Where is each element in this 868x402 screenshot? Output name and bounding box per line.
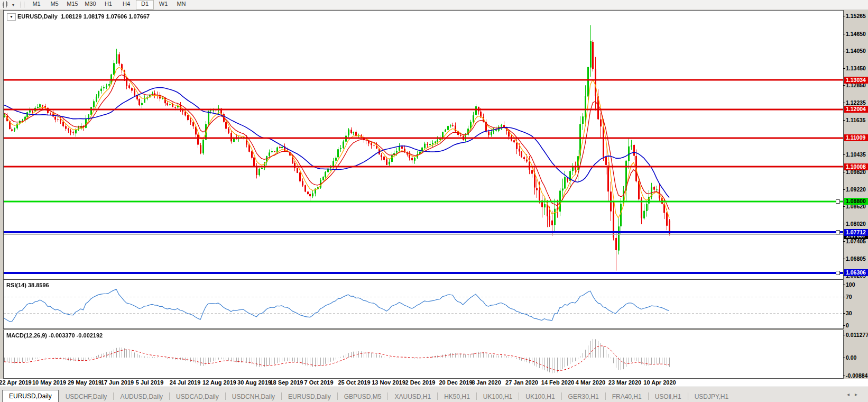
date-tick-label: 25 Oct 2019 bbox=[338, 379, 370, 386]
date-tick-label: 27 Jan 2020 bbox=[505, 379, 538, 386]
macd-indicator-panel[interactable]: MACD(12,26,9) -0.003370 -0.002192 bbox=[3, 330, 844, 379]
toolbar-grip-handle[interactable] bbox=[21, 2, 24, 8]
price-level-badge: 1.10008 bbox=[844, 163, 868, 170]
chart-tab-eurusd-daily[interactable]: EURUSD,Daily bbox=[282, 391, 337, 402]
date-tick-label: 30 Aug 2019 bbox=[237, 379, 271, 386]
chart-tab-hk50-h1[interactable]: HK50,H1 bbox=[438, 391, 476, 402]
price-tick-label: 1.15265 bbox=[846, 13, 866, 19]
price-axis: 1.152651.146501.140501.134501.128501.122… bbox=[844, 10, 868, 380]
timeframe-button-d1[interactable]: D1 bbox=[136, 0, 154, 10]
rsi-indicator-panel[interactable]: RSI(14) 38.8596 bbox=[3, 279, 844, 329]
chart-tab-usdjpy-h1[interactable]: USDJPY,H1 bbox=[688, 391, 735, 402]
price-tick-label: 1.06805 bbox=[846, 255, 866, 262]
date-tick-label: 12 Aug 2019 bbox=[202, 379, 236, 386]
rsi-canvas[interactable] bbox=[4, 280, 843, 328]
chart-tab-gbpusd-m5[interactable]: GBPUSD,M5 bbox=[338, 391, 388, 402]
date-tick-label: 5 Jul 2019 bbox=[136, 379, 164, 386]
chart-title-ohlc: EURUSD,Daily 1.08129 1.08179 1.07606 1.0… bbox=[17, 13, 150, 20]
chevron-down-icon[interactable]: ▾ bbox=[12, 3, 14, 7]
chart-tab-ger30-h1[interactable]: GER30,H1 bbox=[562, 391, 605, 402]
timeframe-button-w1[interactable]: W1 bbox=[155, 0, 172, 8]
date-tick-label: 7 Oct 2019 bbox=[304, 379, 333, 386]
mt4-application: { "toolbar": { "chart_icon": "candlestic… bbox=[0, 0, 868, 402]
chart-tab-xauusd-h1[interactable]: XAUUSD,H1 bbox=[388, 391, 437, 402]
date-tick-label: 4 Mar 2020 bbox=[576, 379, 605, 386]
price-tick-label: 1.08020 bbox=[846, 221, 866, 227]
chart-tab-audusd-daily[interactable]: AUDUSD,Daily bbox=[114, 391, 169, 402]
timeframe-button-h1[interactable]: H1 bbox=[100, 0, 117, 8]
rsi-label: RSI(14) 38.8596 bbox=[6, 282, 49, 288]
price-level-badge: 1.07712 bbox=[844, 229, 868, 236]
timeframe-button-m15[interactable]: M15 bbox=[64, 0, 81, 8]
chart-tab-eurusd-daily[interactable]: EURUSD,Daily bbox=[2, 390, 59, 402]
price-tick-label: 1.11635 bbox=[846, 117, 865, 123]
date-tick-label: 23 Mar 2020 bbox=[608, 379, 641, 386]
price-level-badge: 1.13034 bbox=[844, 77, 868, 84]
timeframe-button-m30[interactable]: M30 bbox=[82, 0, 99, 8]
price-tick-label: 0 bbox=[846, 322, 849, 328]
date-tick-label: 8 Jan 2020 bbox=[472, 379, 501, 386]
timeframe-buttons: M1M5M15M30H1H4D1W1MN bbox=[27, 0, 190, 10]
chart-tab-bar: EURUSD,DailyUSDCHF,DailyAUDUSD,DailyUSDC… bbox=[0, 387, 868, 402]
timeframe-button-m1[interactable]: M1 bbox=[28, 0, 45, 8]
price-tick-label: 1.14650 bbox=[846, 31, 866, 37]
symbol-dropdown-button[interactable]: ▼ bbox=[7, 13, 16, 21]
date-tick-label: 10 May 2019 bbox=[32, 379, 66, 386]
price-tick-label: 1.09220 bbox=[846, 186, 866, 193]
chart-tab-usdcad-daily[interactable]: USDCAD,Daily bbox=[170, 391, 225, 402]
price-tick-label: 1.12235 bbox=[846, 99, 866, 106]
tab-scroll-arrows[interactable]: ◂▸ bbox=[847, 391, 863, 397]
price-tick-label: 0.00 bbox=[846, 354, 856, 361]
chart-tab-usdcnh-daily[interactable]: USDCNH,Daily bbox=[226, 391, 281, 402]
price-level-badge: 1.11009 bbox=[844, 134, 868, 141]
macd-canvas[interactable] bbox=[4, 330, 843, 378]
date-axis: 22 Apr 201910 May 201929 May 201917 Jun … bbox=[0, 379, 868, 387]
price-tick-label: 30 bbox=[846, 310, 852, 316]
candlestick-chart-icon[interactable] bbox=[1, 1, 12, 8]
date-tick-label: 20 Dec 2019 bbox=[439, 379, 473, 386]
date-tick-label: 22 Apr 2019 bbox=[0, 379, 32, 386]
price-tick-label: 1.13450 bbox=[846, 65, 866, 71]
chart-tab-usdchf-daily[interactable]: USDCHF,Daily bbox=[59, 391, 114, 402]
price-level-badge: 1.12004 bbox=[844, 106, 868, 113]
chart-tab-uk100-h1[interactable]: UK100,H1 bbox=[519, 391, 561, 402]
timeframe-toolbar: ▾ M1M5M15M30H1H4D1W1MN bbox=[0, 0, 868, 10]
timeframe-button-h4[interactable]: H4 bbox=[118, 0, 135, 8]
price-tick-label: 1.10435 bbox=[846, 151, 866, 158]
price-tick-label: 0.011277 bbox=[846, 332, 868, 338]
date-tick-label: 10 Apr 2020 bbox=[643, 379, 676, 386]
chart-tab-fra40-h1[interactable]: FRA40,H1 bbox=[606, 391, 648, 402]
date-tick-label: 29 May 2019 bbox=[68, 379, 101, 386]
date-tick-label: 17 Jun 2019 bbox=[101, 379, 134, 386]
date-tick-label: 24 Jul 2019 bbox=[170, 379, 201, 386]
chart-tab-usoil-h1[interactable]: USOil,H1 bbox=[649, 391, 688, 402]
price-tick-label: -0.008845 bbox=[846, 372, 868, 379]
price-tick-label: 70 bbox=[846, 294, 852, 300]
date-tick-label: 14 Feb 2020 bbox=[541, 379, 574, 386]
timeframe-button-m5[interactable]: M5 bbox=[46, 0, 63, 8]
timeframe-button-mn[interactable]: MN bbox=[173, 0, 190, 8]
date-tick-label: 2 Dec 2019 bbox=[405, 379, 436, 386]
macd-label: MACD(12,26,9) -0.003370 -0.002192 bbox=[6, 332, 103, 339]
price-tick-label: 100 bbox=[846, 281, 855, 288]
date-tick-label: 13 Nov 2019 bbox=[372, 379, 405, 386]
price-chart-panel[interactable]: ▼ EURUSD,Daily 1.08129 1.08179 1.07606 1… bbox=[3, 10, 844, 279]
price-tick-label: 1.14050 bbox=[846, 48, 866, 54]
price-level-badge: 1.06306 bbox=[844, 269, 868, 276]
chart-tab-uk100-h1[interactable]: UK100,H1 bbox=[477, 391, 519, 402]
price-level-badge: 1.08800 bbox=[844, 198, 868, 205]
date-tick-label: 18 Sep 2019 bbox=[270, 379, 303, 386]
candlestick-chart-canvas[interactable] bbox=[4, 11, 843, 279]
